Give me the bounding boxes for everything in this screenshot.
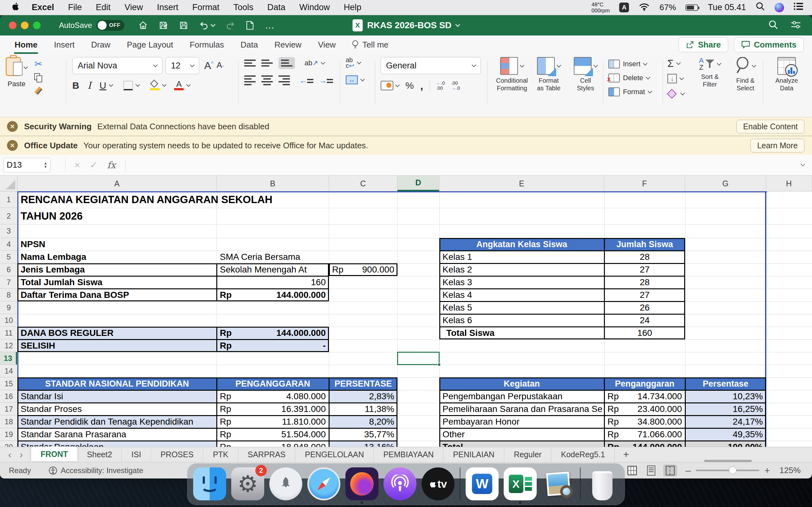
column-header-D[interactable]: D [397,176,439,191]
battery-icon[interactable] [686,4,698,11]
insert-cells-button[interactable]: Insert [608,57,662,71]
row-header-16[interactable]: 16 [0,390,17,403]
comma-style-button[interactable]: , [420,82,423,89]
dock-finder-icon[interactable] [193,467,226,500]
wrap-text-chevron[interactable] [357,60,361,64]
zoom-level[interactable]: 125% [780,465,801,475]
cell-E18[interactable]: Pembayaran Honor [439,415,604,428]
cell-F8[interactable]: 27 [604,289,685,301]
formula-bar-expand-chevron[interactable] [801,162,805,166]
zoom-window-button[interactable] [33,21,41,29]
cell-A16[interactable]: Standar Isi [17,390,217,403]
cell-E15[interactable]: Kegiatan [439,377,604,390]
column-header-B[interactable]: B [217,176,329,191]
font-color-chevron[interactable] [186,82,191,87]
dock-system-settings-icon[interactable]: ⚙ 2 [231,467,264,500]
cell-F4[interactable]: Jumlah Siswa [604,238,685,250]
copy-icon[interactable] [34,73,43,83]
row-header-17[interactable]: 17 [0,403,17,415]
merge-center-chevron[interactable] [360,77,365,81]
sheet-tab-proses[interactable]: PROSES [151,447,203,462]
tab-draw[interactable]: Draw [90,38,111,52]
cell-C19[interactable]: 35,77% [329,428,397,441]
analyze-data-button[interactable]: AnalyzeData [768,57,806,92]
sheet-tab-ptk[interactable]: PTK [203,447,238,462]
accessibility-status[interactable]: Accessibility: Investigate [49,466,143,475]
cell-C6[interactable]: Rp900.000 [329,263,397,276]
borders-icon[interactable] [123,81,133,90]
align-left-icon[interactable] [244,75,256,85]
tab-home[interactable]: Home [14,38,38,52]
cell-A7[interactable]: Total Jumlah Siswa [17,276,217,289]
cell-A12[interactable]: SELISIH [17,339,217,352]
align-top-icon[interactable] [244,60,256,66]
cell-C17[interactable]: 11,38% [329,403,397,415]
cell-F11[interactable]: 160 [604,327,685,339]
cell-E5[interactable]: Kelas 1 [439,250,604,263]
cell-G17[interactable]: 16,25% [685,403,766,415]
conditional-formatting-button[interactable]: ConditionalFormatting [494,57,530,92]
cell-A2[interactable]: TAHUN 2026 [17,208,217,224]
next-sheet-arrow[interactable]: › [20,449,23,460]
add-sheet-button[interactable]: + [615,447,637,462]
cell-G19[interactable]: 49,35% [685,428,766,441]
cell-F7[interactable]: 28 [604,276,685,289]
row-header-9[interactable]: 9 [0,301,17,314]
tell-me-button[interactable]: Tell me [351,40,388,50]
horizontal-scrollbar[interactable] [704,460,752,462]
underline-button[interactable]: U [100,80,107,91]
row-header-2[interactable]: 2 [0,208,17,224]
row-header-20[interactable]: 20 [0,441,17,447]
spreadsheet-grid[interactable]: RENCANA KEGIATAN DAN ANGGARAN SEKOLAHTAH… [17,191,812,447]
dock-safari-icon[interactable] [307,467,340,500]
new-document-icon[interactable] [246,20,254,30]
row-header-11[interactable]: 11 [0,327,17,339]
row-header-6[interactable]: 6 [0,263,17,276]
sheet-tab-sarpras[interactable]: SARPRAS [238,447,295,462]
share-button[interactable]: Share [678,38,728,52]
siri-icon[interactable] [774,3,784,12]
dock-launchpad-icon[interactable] [269,467,302,500]
cell-F17[interactable]: Rp23.400.000 [604,403,685,415]
page-layout-view-button[interactable] [644,464,658,476]
column-header-H[interactable]: H [766,176,812,191]
cell-B11[interactable]: Rp144.000.000 [217,327,329,339]
cell-F15[interactable]: Penganggaran [604,377,685,390]
redo-icon[interactable] [225,20,235,30]
sheet-tab-penilaian[interactable]: PENILAIAN [444,447,504,462]
cell-E10[interactable]: Kelas 6 [439,314,604,327]
clear-button[interactable] [667,88,692,100]
cell-A4[interactable]: NPSN [17,238,217,250]
orientation-icon[interactable]: ab↗ [305,59,318,67]
cell-styles-button[interactable]: CellStyles [567,57,604,92]
cell-F19[interactable]: Rp71.066.000 [604,428,685,441]
menu-format[interactable]: Format [192,3,219,12]
cell-B18[interactable]: Rp11.810.000 [217,415,329,428]
cell-F20[interactable]: Rp144.000.000 [604,441,685,447]
increase-font-size-button[interactable]: A^ [204,60,213,72]
fill-color-chevron[interactable] [162,82,166,87]
decrease-decimal-icon[interactable]: .00→.0 [451,80,460,91]
conditional-formatting-chevron[interactable] [520,63,524,67]
find-select-button[interactable]: Find &Select [728,57,763,100]
undo-icon[interactable] [199,20,209,30]
menu-view[interactable]: View [125,3,143,12]
cell-E4[interactable]: Angkatan Kelas Siswa [439,238,604,250]
cell-E17[interactable]: Pemeliharaan Sarana dan Prasarana Se [439,403,604,415]
menu-tools[interactable]: Tools [234,3,253,12]
tab-review[interactable]: Review [274,38,302,52]
cut-icon[interactable]: ✂ [34,58,43,69]
sheet-tab-pengelolaan[interactable]: PENGELOLAAN [295,447,374,462]
cell-B8[interactable]: Rp144.000.000 [217,289,329,301]
cell-styles-chevron[interactable] [594,63,598,67]
save-as-icon[interactable] [159,20,168,30]
zoom-slider[interactable] [696,469,759,471]
cell-F9[interactable]: 26 [604,301,685,314]
find-select-chevron[interactable] [752,63,756,67]
column-header-G[interactable]: G [685,176,766,191]
zoom-out-button[interactable]: – [686,465,691,476]
sheet-tab-isi[interactable]: ISI [122,447,151,462]
spotlight-icon[interactable] [756,2,765,13]
save-icon[interactable] [179,20,189,30]
format-painter-icon[interactable] [34,87,43,95]
